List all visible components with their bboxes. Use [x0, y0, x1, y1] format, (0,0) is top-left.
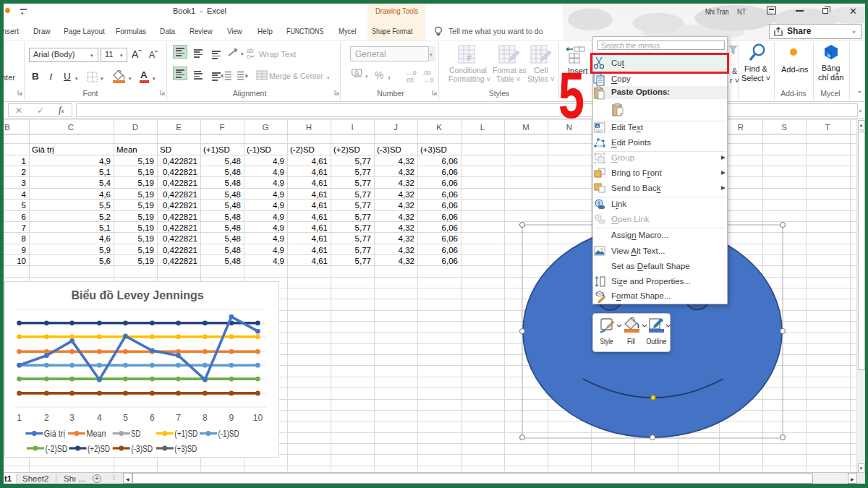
svg-text:1: 1: [17, 413, 22, 423]
svg-text:8: 8: [203, 413, 208, 423]
svg-text:5: 5: [123, 413, 128, 423]
svg-text:Mean: Mean: [86, 429, 106, 439]
svg-text:(-2)SD: (-2)SD: [45, 444, 67, 454]
svg-text:3: 3: [69, 413, 75, 423]
svg-text:(+2)SD: (+2)SD: [88, 444, 110, 454]
svg-text:7: 7: [176, 413, 181, 423]
svg-text:(+1)SD: (+1)SD: [174, 429, 197, 439]
svg-text:Fill: Fill: [627, 337, 635, 346]
svg-text:Biểu đồ Levey Jennings: Biểu đồ Levey Jennings: [71, 289, 203, 301]
svg-text:6: 6: [150, 413, 155, 423]
svg-text:2: 2: [44, 413, 49, 423]
svg-text:Giá trị: Giá trị: [44, 429, 65, 439]
svg-text:4: 4: [97, 413, 102, 423]
svg-text:(+3)SD: (+3)SD: [174, 444, 197, 454]
svg-text:SD: SD: [131, 429, 140, 439]
svg-text:(-1)SD: (-1)SD: [218, 429, 239, 439]
svg-text:Outline: Outline: [647, 337, 667, 346]
svg-text:Style: Style: [600, 337, 613, 346]
svg-text:≠: ≠: [467, 52, 472, 63]
svg-text:9: 9: [229, 413, 234, 423]
svg-text:(-3)SD: (-3)SD: [131, 444, 153, 454]
svg-text:A: A: [596, 124, 599, 129]
svg-text:10: 10: [253, 413, 263, 423]
